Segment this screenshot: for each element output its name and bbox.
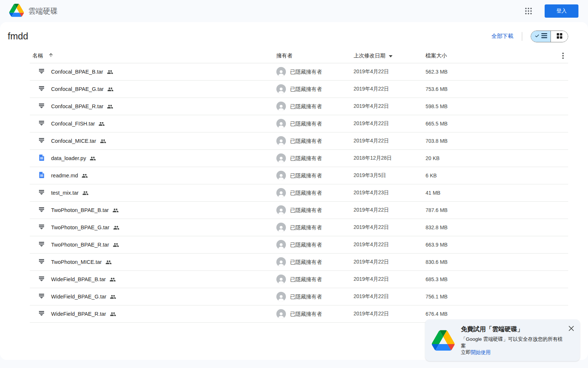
modified-date: 2019年4月22日 [354,241,426,248]
shared-people-icon [100,139,106,143]
file-size: 753.6 MB [426,86,558,92]
archive-file-icon [39,276,44,283]
folder-toolbar: fmdd 全部下載 [0,22,588,48]
grid-icon [557,33,562,40]
table-row[interactable]: TwoPhoton_MICE.tar 已隱藏擁有者 2019年4月22日 830… [30,254,568,271]
close-icon[interactable] [567,324,576,333]
file-size: 787.6 MB [426,207,558,213]
table-row[interactable]: Confocal_FISH.tar 已隱藏擁有者 2019年4月22日 665.… [30,115,568,132]
owner-label: 已隱藏擁有者 [290,241,322,248]
file-name: readme.md [51,173,78,178]
shared-people-icon [98,121,105,126]
file-name: Confocal_BPAE_R.tar [51,103,103,109]
table-row[interactable]: TwoPhoton_BPAE_G.tar 已隱藏擁有者 2019年4月22日 8… [30,219,568,236]
file-name: Confocal_FISH.tar [51,121,95,127]
app-header: 雲端硬碟 登入 [0,0,588,22]
table-row[interactable]: test_mix.tar 已隱藏擁有者 2019年4月23日 41 MB [30,184,568,202]
download-all-link[interactable]: 全部下載 [491,33,513,40]
file-name: Confocal_BPAE_G.tar [51,86,104,92]
table-header-row: 名稱 擁有者 上次修改日期 檔案大小 [30,48,568,63]
triangle-down-icon[interactable] [389,53,392,59]
owner-label: 已隱藏擁有者 [290,224,322,231]
sign-in-button[interactable]: 登入 [545,4,578,18]
owner-label: 已隱藏擁有者 [290,276,322,283]
hidden-owner-avatar [276,153,286,163]
file-size: 756.1 MB [426,294,558,300]
sort-ascending-icon[interactable] [48,52,54,59]
owner-label: 已隱藏擁有者 [290,259,322,266]
hidden-owner-avatar [276,205,286,215]
modified-date: 2019年4月22日 [354,86,426,92]
file-name: Confocal_BPAE_B.tar [51,69,103,75]
modified-date: 2019年4月22日 [354,138,426,144]
owner-label: 已隱藏擁有者 [290,155,322,162]
file-size: 562.3 MB [426,69,558,75]
list-view-button[interactable] [531,31,551,42]
archive-file-icon [39,259,44,266]
list-icon [541,33,547,39]
promo-body: 「Google 雲端硬碟」可以安全存放您的所有檔案 立即開始使用 [461,336,564,356]
more-options-icon[interactable] [558,50,568,61]
owner-label: 已隱藏擁有者 [290,172,322,179]
table-row[interactable]: TwoPhoton_BPAE_B.tar 已隱藏擁有者 2019年4月22日 7… [30,202,568,219]
drive-logo-icon [9,4,24,18]
hidden-owner-avatar [276,275,286,284]
modified-date: 2019年3月5日 [354,172,426,179]
file-size: 832.8 MB [426,224,558,230]
archive-file-icon [39,138,44,145]
table-row[interactable]: WideField_BPAE_G.tar 已隱藏擁有者 2019年4月22日 7… [30,288,568,305]
content-card: fmdd 全部下載 [0,22,588,360]
shared-people-icon [112,208,119,212]
table-row[interactable]: readme.md 已隱藏擁有者 2019年3月5日 6 KB [30,167,568,184]
grid-view-button[interactable] [551,31,568,42]
shared-people-icon [107,70,113,74]
get-started-link[interactable]: 開始使用 [471,350,491,355]
app-title: 雲端硬碟 [28,6,58,16]
shared-people-icon [90,156,96,160]
brand: 雲端硬碟 [9,4,58,18]
file-name: TwoPhoton_BPAE_B.tar [51,207,109,213]
table-row[interactable]: Confocal_BPAE_B.tar 已隱藏擁有者 2019年4月22日 56… [30,63,568,81]
owner-label: 已隱藏擁有者 [290,207,322,214]
table-row[interactable]: Confocal_BPAE_R.tar 已隱藏擁有者 2019年4月22日 59… [30,98,568,115]
file-name: TwoPhoton_MICE.tar [51,259,102,265]
file-name: TwoPhoton_BPAE_G.tar [51,224,110,230]
file-size: 676.4 MB [426,311,558,317]
hidden-owner-avatar [276,171,286,180]
archive-file-icon [39,68,44,75]
owner-label: 已隱藏擁有者 [290,86,322,93]
column-header-size[interactable]: 檔案大小 [426,52,558,59]
shared-people-icon [113,243,119,247]
modified-date: 2019年4月22日 [354,276,426,283]
file-name: WideField_BPAE_B.tar [51,276,106,282]
hidden-owner-avatar [276,309,286,319]
hidden-owner-avatar [276,223,286,232]
promo-title: 免費試用「雲端硬碟」 [461,325,564,333]
archive-file-icon [39,293,44,300]
table-row[interactable]: TwoPhoton_BPAE_R.tar 已隱藏擁有者 2019年4月22日 6… [30,236,568,254]
column-header-name[interactable]: 名稱 [32,52,43,59]
modified-date: 2019年4月22日 [354,293,426,300]
apps-grid-icon[interactable] [521,4,536,18]
owner-label: 已隱藏擁有者 [290,138,322,145]
modified-date: 2019年4月22日 [354,120,426,127]
archive-file-icon [39,190,44,197]
file-name: data_loader.py [51,155,86,161]
shared-people-icon [110,312,116,316]
owner-label: 已隱藏擁有者 [290,120,322,127]
table-row[interactable]: WideField_BPAE_B.tar 已隱藏擁有者 2019年4月22日 6… [30,271,568,288]
hidden-owner-avatar [276,136,286,146]
toolbar-divider [522,32,522,41]
file-name: test_mix.tar [51,190,79,196]
owner-label: 已隱藏擁有者 [290,293,322,300]
table-row[interactable]: Confocal_BPAE_G.tar 已隱藏擁有者 2019年4月22日 75… [30,81,568,98]
document-file-icon [39,155,44,162]
table-row[interactable]: Confocal_MICE.tar 已隱藏擁有者 2019年4月22日 703.… [30,132,568,150]
hidden-owner-avatar [276,292,286,301]
column-header-modified[interactable]: 上次修改日期 [354,52,386,59]
modified-date: 2019年4月22日 [354,68,426,75]
table-row[interactable]: data_loader.py 已隱藏擁有者 2018年12月28日 20 KB [30,150,568,167]
hidden-owner-avatar [276,102,286,111]
hidden-owner-avatar [276,188,286,198]
column-header-owner[interactable]: 擁有者 [276,52,354,59]
